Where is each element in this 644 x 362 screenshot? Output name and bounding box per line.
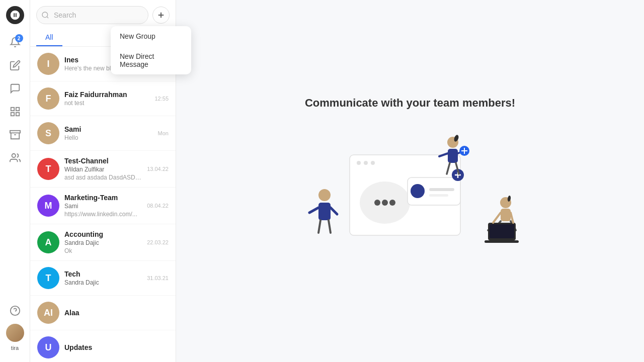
notifications-button[interactable]: 2 (5, 32, 25, 52)
svg-point-25 (411, 184, 425, 198)
svg-point-19 (382, 200, 388, 206)
chat-info: AccountingSandra DajicOk (64, 230, 142, 254)
new-direct-message-item[interactable]: New Direct Message (111, 46, 191, 74)
chat-time: 08.04.22 (147, 203, 169, 209)
svg-line-10 (47, 17, 48, 18)
chat-item[interactable]: FFaiz Faidurrahmannot test12:55 (30, 81, 176, 116)
chat-meta: 12:55 (154, 96, 169, 102)
chat-name: Marketing-Team (64, 194, 142, 202)
chat-meta: 22.03.22 (147, 239, 169, 245)
chat-time: Mon (158, 130, 169, 136)
chat-info: TechSandra Dajic (64, 270, 142, 286)
chat-info: Updates (64, 343, 169, 351)
team-button[interactable] (5, 148, 25, 168)
chat-meta: 08.04.22 (147, 203, 169, 209)
chat-info: Marketing-TeamSamihttps://www.linkedin.c… (64, 194, 142, 218)
chat-avatar: A (37, 231, 59, 253)
inbox-button[interactable] (5, 125, 25, 145)
chat-name: Test-Channel (64, 157, 142, 165)
help-button[interactable] (5, 301, 25, 321)
search-wrapper (36, 6, 148, 24)
svg-point-20 (389, 200, 395, 206)
tab-all[interactable]: All (36, 29, 62, 46)
svg-point-14 (357, 161, 361, 165)
svg-rect-36 (448, 149, 458, 163)
chat-list: IInesHere's the new blog post.FFaiz Faid… (30, 47, 176, 362)
chat-list-panel: New Group New Direct Message All IInesHe… (30, 0, 176, 362)
svg-rect-46 (501, 209, 511, 221)
chats-button[interactable] (5, 78, 25, 99)
chat-preview: asd asd asdada DasdASDASDAsDa asd A... (64, 174, 142, 181)
chat-avatar: Al (37, 302, 59, 324)
chat-avatar: M (37, 195, 59, 217)
chat-sub-name: Wildan Zulfikar (64, 166, 142, 173)
chat-info: Faiz Faidurrahmannot test (64, 90, 149, 107)
notifications-badge: 2 (15, 34, 23, 42)
chat-preview: https://www.linkedin.com/... (64, 211, 142, 218)
chat-info: Test-ChannelWildan Zulfikarasd asd asdad… (64, 157, 142, 181)
chat-info: SamiHello (64, 125, 153, 141)
chat-name: Tech (64, 270, 142, 278)
svg-line-33 (329, 220, 331, 233)
chat-avatar: U (37, 336, 59, 358)
chat-time: 13.04.22 (147, 166, 169, 172)
search-header (30, 0, 176, 24)
svg-point-28 (318, 189, 331, 201)
chat-item[interactable]: TTechSandra Dajic31.03.21 (30, 261, 176, 296)
chat-avatar: S (37, 122, 59, 144)
chat-avatar: T (37, 158, 59, 180)
chat-item[interactable]: MMarketing-TeamSamihttps://www.linkedin.… (30, 188, 176, 224)
chat-preview: not test (64, 100, 149, 107)
svg-line-32 (318, 220, 320, 233)
chat-sub-name: Sandra Dajic (64, 279, 142, 286)
svg-point-16 (371, 161, 375, 165)
chat-item[interactable]: SSamiHelloMon (30, 116, 176, 151)
chat-avatar: F (37, 87, 59, 110)
add-button[interactable] (152, 7, 170, 24)
svg-rect-2 (11, 113, 14, 116)
chat-item[interactable]: AlAlaa (30, 296, 176, 330)
icon-bar: 2 tira (0, 0, 30, 362)
svg-rect-1 (16, 108, 19, 111)
svg-point-18 (374, 200, 380, 206)
svg-rect-51 (490, 224, 514, 238)
chat-sub-name: Sandra Dajic (64, 239, 142, 246)
chat-name: Alaa (64, 309, 169, 317)
chat-time: 12:55 (154, 96, 169, 102)
new-group-item[interactable]: New Group (111, 26, 191, 46)
svg-rect-0 (11, 108, 14, 111)
compose-button[interactable] (5, 55, 25, 75)
chat-item[interactable]: TTest-ChannelWildan Zulfikarasd asd asda… (30, 151, 176, 188)
chat-preview: Ok (64, 247, 142, 254)
username-label: tira (11, 345, 19, 351)
chat-sub-name: Sami (64, 203, 142, 210)
grid-button[interactable] (5, 102, 25, 122)
chat-name: Faiz Faidurrahman (64, 90, 149, 99)
chat-time: 31.03.21 (147, 275, 169, 281)
chat-avatar: T (37, 267, 59, 289)
svg-rect-4 (10, 131, 20, 133)
svg-point-6 (12, 154, 15, 157)
team-illustration (279, 125, 541, 265)
app-logo (6, 6, 24, 24)
svg-line-30 (309, 208, 318, 213)
chat-name: Accounting (64, 230, 142, 238)
plus-icon (156, 11, 166, 20)
chat-name: Sami (64, 125, 153, 133)
svg-rect-3 (16, 113, 19, 116)
svg-point-9 (42, 12, 48, 18)
svg-rect-29 (318, 203, 331, 220)
welcome-text: Communicate with your team members! (305, 97, 515, 110)
search-icon (41, 11, 49, 19)
chat-time: 22.03.22 (147, 239, 169, 245)
chat-info: Alaa (64, 309, 169, 317)
chat-meta: Mon (158, 130, 169, 136)
main-content: Communicate with your team members! (176, 0, 644, 362)
chat-item[interactable]: AAccountingSandra DajicOk22.03.22 (30, 224, 176, 261)
search-input[interactable] (36, 6, 148, 24)
chat-name: Updates (64, 343, 169, 351)
chat-item[interactable]: UUpdates (30, 330, 176, 362)
user-avatar[interactable] (6, 324, 24, 342)
dropdown-menu: New Group New Direct Message (111, 26, 191, 74)
chat-meta: 13.04.22 (147, 166, 169, 172)
